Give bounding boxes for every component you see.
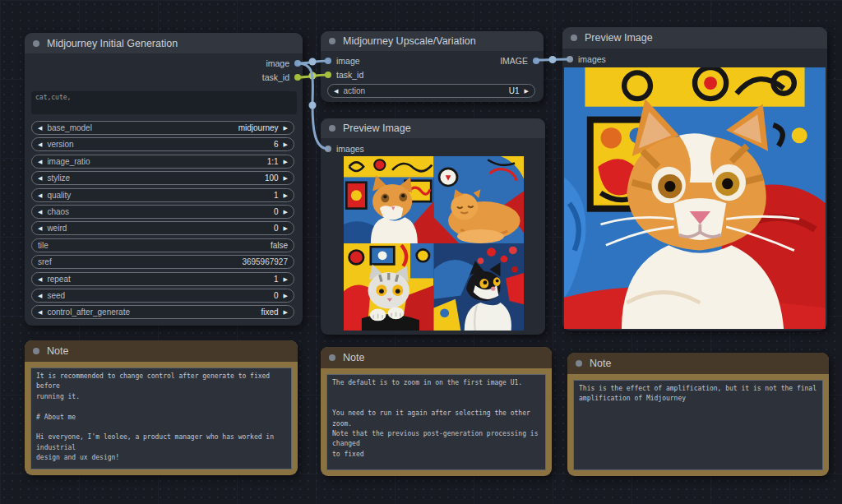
node-editor-canvas[interactable]: Midjourney Initial Generation image task… — [0, 0, 842, 504]
decrement-arrow-icon[interactable]: ◀ — [38, 175, 42, 181]
decrement-arrow-icon[interactable]: ◀ — [38, 209, 42, 215]
widget-value: 6 — [274, 140, 279, 149]
increment-arrow-icon[interactable]: ▶ — [284, 192, 288, 198]
increment-arrow-icon[interactable]: ▶ — [284, 125, 288, 131]
output-dot-image-upper[interactable] — [533, 58, 539, 64]
node-header[interactable]: Preview Image — [321, 118, 545, 138]
note-header[interactable]: Note — [25, 340, 298, 362]
node-midjourney-initial-generation[interactable]: Midjourney Initial Generation image task… — [25, 33, 303, 326]
increment-arrow-icon[interactable]: ▶ — [284, 225, 288, 231]
decrement-arrow-icon[interactable]: ◀ — [38, 141, 42, 147]
widget-quality[interactable]: ◀ quality 1 ▶ — [31, 188, 294, 202]
node-preview-image-single[interactable]: Preview Image images — [562, 27, 827, 331]
decrement-arrow-icon[interactable]: ◀ — [38, 192, 42, 198]
widget-seed[interactable]: ◀ seed 0 ▶ — [31, 289, 294, 303]
widget-label: repeat — [47, 275, 70, 284]
increment-arrow-icon[interactable]: ▶ — [284, 209, 288, 215]
widget-value: 0 — [274, 224, 279, 233]
cat-closeup-image — [564, 67, 826, 329]
widget-label: image_ratio — [47, 157, 90, 166]
widget-weird[interactable]: ◀ weird 0 ▶ — [31, 221, 294, 235]
node-header[interactable]: Midjourney Initial Generation — [25, 33, 303, 53]
cat-grid-image — [344, 156, 524, 331]
wire-dot-icon[interactable] — [309, 58, 317, 66]
node-title: Preview Image — [343, 123, 411, 134]
widget-repeat[interactable]: ◀ repeat 1 ▶ — [31, 272, 294, 286]
widget-label: seed — [47, 291, 65, 300]
widget-image-ratio[interactable]: ◀ image_ratio 1:1 ▶ — [31, 155, 294, 169]
output-label-image: image — [266, 58, 289, 68]
widget-label: tile — [38, 241, 49, 250]
input-slot-images[interactable]: images — [567, 53, 823, 66]
output-dot-image[interactable] — [294, 60, 301, 67]
widget-label: quality — [47, 191, 71, 200]
decrement-arrow-icon[interactable]: ◀ — [38, 225, 42, 231]
input-dot-images[interactable] — [325, 146, 331, 152]
note-text-area[interactable]: This is the effect of amplification, but… — [573, 380, 823, 470]
wire-dot-icon[interactable] — [549, 56, 557, 63]
note-node-1[interactable]: Note It is recommended to change control… — [25, 340, 298, 475]
output-slot-image[interactable]: image — [25, 57, 301, 70]
preview-image-grid[interactable] — [344, 156, 524, 331]
input-dot-image[interactable] — [325, 58, 331, 64]
decrement-arrow-icon[interactable]: ◀ — [38, 293, 42, 298]
widget-label: chaos — [47, 207, 69, 216]
node-header[interactable]: Preview Image — [562, 27, 827, 49]
wire-dot-icon[interactable] — [309, 102, 317, 109]
widget-value: 100 — [265, 173, 279, 183]
output-label-image-upper: IMAGE — [500, 56, 528, 66]
increment-arrow-icon[interactable]: ▶ — [525, 88, 529, 94]
note-node-3[interactable]: Note This is the effect of amplification… — [567, 353, 829, 476]
note-header[interactable]: Note — [567, 353, 829, 374]
input-dot-task-id[interactable] — [325, 72, 331, 78]
note-text-area[interactable]: The default is to zoom in on the first i… — [326, 374, 546, 470]
output-slot-task-id[interactable]: task_id — [25, 71, 301, 84]
widget-value: midjourney — [238, 123, 279, 132]
input-dot-images[interactable] — [567, 56, 573, 62]
node-title: Midjourney Initial Generation — [47, 38, 178, 49]
node-title: Preview Image — [585, 32, 653, 44]
decrement-arrow-icon[interactable]: ◀ — [334, 88, 338, 94]
widget-label: base_model — [47, 123, 91, 132]
node-status-dot-icon — [329, 354, 335, 361]
increment-arrow-icon[interactable]: ▶ — [284, 293, 288, 298]
output-dot-task-id[interactable] — [294, 74, 301, 81]
widget-label: action — [343, 86, 365, 95]
widget-tile[interactable]: tile false — [31, 238, 294, 252]
increment-arrow-icon[interactable]: ▶ — [284, 175, 288, 181]
note-text-area[interactable]: It is recommended to change control afte… — [30, 368, 292, 469]
widget-base-model[interactable]: ◀ base_model midjourney ▶ — [31, 121, 294, 135]
input-label-image: image — [336, 56, 360, 66]
increment-arrow-icon[interactable]: ▶ — [284, 309, 288, 315]
decrement-arrow-icon[interactable]: ◀ — [38, 125, 42, 131]
widget-label: control_after_generate — [47, 307, 130, 317]
wire-dot-icon[interactable] — [309, 72, 317, 80]
node-header[interactable]: Midjourney Upscale/Variation — [321, 31, 544, 51]
node-preview-image-grid[interactable]: Preview Image images — [321, 118, 545, 335]
decrement-arrow-icon[interactable]: ◀ — [38, 159, 42, 164]
preview-image-single[interactable] — [564, 67, 826, 329]
decrement-arrow-icon[interactable]: ◀ — [38, 309, 42, 315]
input-slot-images[interactable]: images — [325, 142, 541, 155]
widget-value: 1:1 — [267, 157, 279, 166]
widget-sref[interactable]: sref 3695967927 — [31, 255, 294, 269]
widget-value: 0 — [274, 291, 279, 300]
io-row-image[interactable]: image IMAGE — [325, 54, 539, 67]
widget-stylize[interactable]: ◀ stylize 100 ▶ — [31, 171, 294, 185]
increment-arrow-icon[interactable]: ▶ — [284, 276, 288, 282]
widget-value: 1 — [274, 275, 279, 284]
decrement-arrow-icon[interactable]: ◀ — [38, 276, 42, 282]
node-midjourney-upscale-variation[interactable]: Midjourney Upscale/Variation image IMAGE… — [321, 31, 544, 102]
input-label-images: images — [578, 54, 606, 64]
increment-arrow-icon[interactable]: ▶ — [284, 141, 288, 147]
prompt-text-input[interactable]: cat,cute, — [31, 91, 297, 114]
increment-arrow-icon[interactable]: ▶ — [284, 159, 288, 164]
widget-chaos[interactable]: ◀ chaos 0 ▶ — [31, 205, 294, 219]
widget-action[interactable]: ◀ action U1 ▶ — [327, 84, 535, 98]
note-header[interactable]: Note — [321, 347, 552, 368]
input-slot-task-id[interactable]: task_id — [325, 68, 539, 81]
node-status-dot-icon — [33, 348, 39, 354]
widget-control-after-generate[interactable]: ◀ control_after_generate fixed ▶ — [31, 305, 294, 319]
note-node-2[interactable]: Note The default is to zoom in on the fi… — [321, 347, 552, 476]
widget-version[interactable]: ◀ version 6 ▶ — [31, 137, 294, 151]
